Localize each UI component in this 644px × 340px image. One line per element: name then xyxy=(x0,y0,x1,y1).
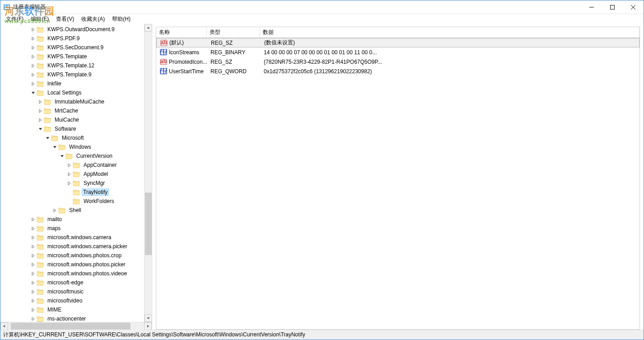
tree-item[interactable]: TrayNotify xyxy=(0,188,144,197)
collapse-icon[interactable] xyxy=(58,154,65,158)
expand-icon[interactable] xyxy=(29,263,37,267)
menu-favorites[interactable]: 收藏夹(A) xyxy=(78,14,108,24)
tree-item[interactable]: SyncMgr xyxy=(0,179,144,188)
tree-item[interactable]: KWPS.OutwardDocument.9 xyxy=(0,25,144,34)
tree-scroll[interactable]: KWPS.OutwardDocument.9KWPS.PDF.9KWPS.Sec… xyxy=(0,24,144,322)
folder-icon xyxy=(58,207,65,213)
expand-icon[interactable] xyxy=(29,73,37,77)
expand-icon[interactable] xyxy=(29,227,37,231)
tree-item[interactable]: MuiCache xyxy=(0,115,144,124)
expand-icon[interactable] xyxy=(29,308,37,312)
tree-item[interactable]: Shell xyxy=(0,206,144,215)
expand-icon[interactable] xyxy=(65,163,73,167)
value-row[interactable]: abPromotedIcon...REG_SZ{7820NR75-23R3-42… xyxy=(156,57,639,66)
expand-icon[interactable] xyxy=(29,272,37,276)
minimize-button[interactable] xyxy=(581,0,602,14)
column-type[interactable]: 类型 xyxy=(207,27,260,38)
folder-icon xyxy=(37,261,44,268)
expand-icon[interactable] xyxy=(29,55,37,59)
expand-icon[interactable] xyxy=(29,64,37,68)
folder-icon xyxy=(58,144,65,150)
tree-item[interactable]: KWPS.PDF.9 xyxy=(0,34,144,43)
tree-item[interactable]: AppContainer xyxy=(0,161,144,170)
collapse-icon[interactable] xyxy=(37,127,44,131)
tree-item[interactable]: microsoft.windows.photos.crop xyxy=(0,251,144,260)
maximize-button[interactable] xyxy=(602,0,623,14)
expand-icon[interactable] xyxy=(29,82,37,86)
scroll-left-arrow[interactable] xyxy=(0,322,8,330)
tree-item[interactable]: lnkfile xyxy=(0,79,144,88)
svg-marker-41 xyxy=(3,325,5,327)
expand-icon[interactable] xyxy=(29,290,37,294)
collapse-icon[interactable] xyxy=(51,145,58,149)
tree-item[interactable]: microsoftvideo xyxy=(0,296,144,305)
tree-item[interactable]: microsoft.windows.camera xyxy=(0,233,144,242)
registry-app-icon xyxy=(3,4,10,11)
tree-item[interactable]: AppModel xyxy=(0,170,144,179)
tree-item[interactable]: KWPS.Template xyxy=(0,52,144,61)
expand-icon[interactable] xyxy=(37,109,44,113)
collapse-icon[interactable] xyxy=(29,91,37,95)
tree-horizontal-scrollbar[interactable] xyxy=(0,322,152,330)
menu-edit[interactable]: 编辑(E) xyxy=(27,14,52,24)
folder-icon xyxy=(37,225,44,231)
tree-item[interactable]: Windows xyxy=(0,142,144,151)
tree-item[interactable]: KWPS.Template.9 xyxy=(0,70,144,79)
expand-icon[interactable] xyxy=(29,28,37,32)
scroll-up-arrow[interactable] xyxy=(145,24,152,32)
expand-icon[interactable] xyxy=(29,236,37,240)
tree-item[interactable]: maps xyxy=(0,224,144,233)
tree-item[interactable]: microsoft-edge xyxy=(0,278,144,287)
scroll-down-arrow[interactable] xyxy=(145,314,152,322)
tree-item[interactable]: MrtCache xyxy=(0,106,144,115)
tree-item[interactable]: microsoft.windows.camera.picker xyxy=(0,242,144,251)
vscroll-thumb[interactable] xyxy=(145,193,152,255)
tree-item[interactable]: ms-actioncenter xyxy=(0,314,144,322)
menu-help[interactable]: 帮助(H) xyxy=(108,14,134,24)
values-list[interactable]: ab(默认)REG_SZ(数值未设置)011110IconStreamsREG_… xyxy=(156,38,640,330)
close-button[interactable] xyxy=(623,0,644,14)
value-row[interactable]: 011110IconStreamsREG_BINARY14 00 00 00 0… xyxy=(156,47,639,57)
tree-item[interactable]: mailto xyxy=(0,215,144,224)
tree-item[interactable]: ImmutableMuiCache xyxy=(0,97,144,106)
expand-icon[interactable] xyxy=(29,37,37,41)
tree-item[interactable]: KWPS.SecDocument.9 xyxy=(0,43,144,52)
binary-value-icon: 011110 xyxy=(160,68,167,75)
tree-item-label: Local Settings xyxy=(46,89,83,96)
registry-editor-window: 注册表编辑器 文件(F) 编辑(E) 查看(V) 收藏夹(A) 帮助(H) KW… xyxy=(0,0,644,340)
scroll-right-arrow[interactable] xyxy=(144,322,152,330)
tree-item[interactable]: microsoft.windows.photos.videoe xyxy=(0,269,144,278)
hscroll-thumb[interactable] xyxy=(11,323,131,330)
expand-icon[interactable] xyxy=(29,299,37,303)
tree-item-label: ms-actioncenter xyxy=(46,315,88,322)
value-row[interactable]: 011110UserStartTimeREG_QWORD0x1d275372f2… xyxy=(156,66,639,76)
tree-item[interactable]: microsoft.windows.photos.picker xyxy=(0,260,144,269)
menu-view[interactable]: 查看(V) xyxy=(52,14,78,24)
tree-item[interactable]: CurrentVersion xyxy=(0,151,144,161)
expand-icon[interactable] xyxy=(37,118,44,122)
expand-icon[interactable] xyxy=(29,281,37,285)
expand-icon[interactable] xyxy=(37,100,44,104)
expand-icon[interactable] xyxy=(65,172,73,176)
expand-icon[interactable] xyxy=(29,317,37,321)
tree-item[interactable]: KWPS.Template.12 xyxy=(0,61,144,70)
value-data: 0x1d275372f2c05c6 (131296219022230982) xyxy=(262,68,639,75)
tree-item[interactable]: microsoftmusic xyxy=(0,287,144,296)
collapse-icon[interactable] xyxy=(44,136,51,140)
tree-vertical-scrollbar[interactable] xyxy=(144,24,152,322)
expand-icon[interactable] xyxy=(29,46,37,50)
value-row[interactable]: ab(默认)REG_SZ(数值未设置) xyxy=(156,38,639,47)
tree-item[interactable]: WorkFolders xyxy=(0,197,144,206)
tree-item[interactable]: MIME xyxy=(0,305,144,314)
tree-item[interactable]: Microsoft xyxy=(0,133,144,142)
expand-icon[interactable] xyxy=(29,254,37,258)
expand-icon[interactable] xyxy=(65,181,73,185)
column-data[interactable]: 数据 xyxy=(260,27,639,38)
menu-file[interactable]: 文件(F) xyxy=(2,14,27,24)
expand-icon[interactable] xyxy=(51,208,58,212)
column-name[interactable]: 名称 xyxy=(156,27,207,38)
expand-icon[interactable] xyxy=(29,245,37,249)
expand-icon[interactable] xyxy=(29,217,37,222)
tree-item[interactable]: Software xyxy=(0,124,144,133)
tree-item[interactable]: Local Settings xyxy=(0,88,144,97)
